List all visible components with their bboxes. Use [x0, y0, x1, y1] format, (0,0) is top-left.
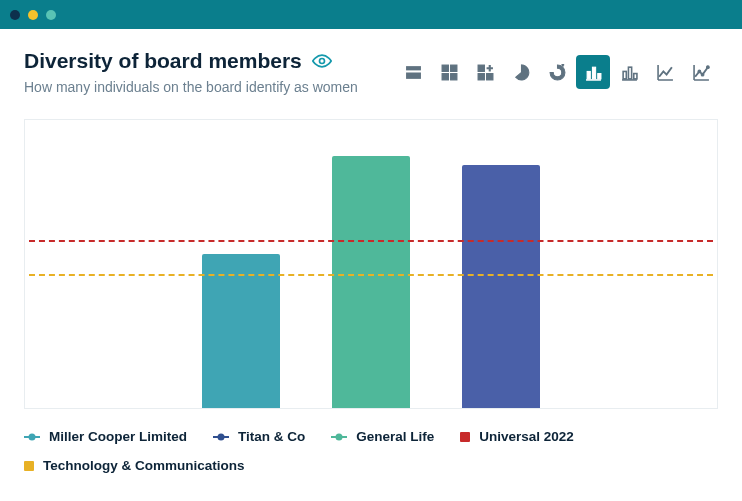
svg-rect-6: [450, 73, 456, 79]
svg-rect-7: [478, 65, 484, 71]
legend-line-swatch-icon: [24, 433, 40, 441]
legend-label: Miller Cooper Limited: [49, 429, 187, 444]
svg-rect-8: [478, 73, 484, 79]
pie-icon: [513, 64, 530, 81]
line-chart-alt-icon: [693, 64, 710, 81]
svg-rect-5: [442, 73, 448, 79]
legend-line-swatch-icon: [213, 433, 229, 441]
legend-item[interactable]: Titan & Co: [213, 429, 305, 444]
svg-point-17: [701, 73, 704, 76]
page-subtitle: How many individuals on the board identi…: [24, 79, 358, 95]
eye-icon: [312, 51, 332, 71]
view-grid-add-button[interactable]: [468, 55, 502, 89]
view-rows-button[interactable]: [396, 55, 430, 89]
grid-add-icon: [477, 64, 494, 81]
legend-square-swatch-icon: [460, 432, 470, 442]
chart-reference-line: [29, 240, 713, 242]
svg-point-18: [706, 65, 709, 68]
svg-rect-12: [597, 73, 600, 78]
legend-line-swatch-icon: [331, 433, 347, 441]
rows-icon: [405, 64, 422, 81]
bar-chart-icon: [585, 64, 602, 81]
legend-label: Titan & Co: [238, 429, 305, 444]
svg-rect-11: [592, 67, 595, 79]
svg-rect-14: [628, 67, 631, 79]
page-title: Diversity of board members: [24, 49, 358, 73]
traffic-zoom-icon[interactable]: [46, 10, 56, 20]
chart-legend: Miller Cooper LimitedTitan & CoGeneral L…: [24, 429, 718, 473]
svg-rect-13: [623, 71, 626, 78]
legend-item[interactable]: General Life: [331, 429, 434, 444]
view-line-chart-button[interactable]: [648, 55, 682, 89]
page-title-text: Diversity of board members: [24, 49, 302, 73]
visibility-toggle[interactable]: [312, 51, 332, 71]
chart-area: [24, 119, 718, 409]
legend-item[interactable]: Miller Cooper Limited: [24, 429, 187, 444]
svg-rect-1: [406, 66, 421, 70]
svg-rect-9: [486, 73, 492, 79]
svg-rect-2: [406, 72, 421, 78]
chart-bar: [202, 254, 280, 408]
view-donut-button[interactable]: [540, 55, 574, 89]
view-line-chart-alt-button[interactable]: [684, 55, 718, 89]
svg-rect-15: [633, 73, 636, 78]
svg-rect-3: [442, 65, 448, 71]
view-bar-chart-alt-button[interactable]: [612, 55, 646, 89]
donut-split-icon: [549, 64, 566, 81]
chart-bars: [29, 156, 713, 408]
legend-item[interactable]: Universal 2022: [460, 429, 574, 444]
grid-icon: [441, 64, 458, 81]
chart-type-toolbar: [396, 55, 718, 89]
legend-square-swatch-icon: [24, 461, 34, 471]
legend-item[interactable]: Technology & Communications: [24, 458, 245, 473]
svg-point-0: [319, 59, 324, 64]
chart-reference-line: [29, 274, 713, 276]
view-pie-button[interactable]: [504, 55, 538, 89]
traffic-close-icon[interactable]: [10, 10, 20, 20]
chart-plot: [29, 124, 713, 408]
view-bar-chart-button[interactable]: [576, 55, 610, 89]
traffic-minimize-icon[interactable]: [28, 10, 38, 20]
svg-rect-10: [587, 71, 590, 78]
svg-point-16: [697, 70, 700, 73]
legend-label: General Life: [356, 429, 434, 444]
bar-chart-alt-icon: [621, 64, 638, 81]
view-grid-button[interactable]: [432, 55, 466, 89]
window-title-bar: [0, 0, 742, 29]
line-chart-icon: [657, 64, 674, 81]
legend-label: Universal 2022: [479, 429, 574, 444]
chart-bar: [332, 156, 410, 408]
legend-label: Technology & Communications: [43, 458, 245, 473]
svg-rect-4: [450, 65, 456, 71]
chart-bar: [462, 165, 540, 408]
